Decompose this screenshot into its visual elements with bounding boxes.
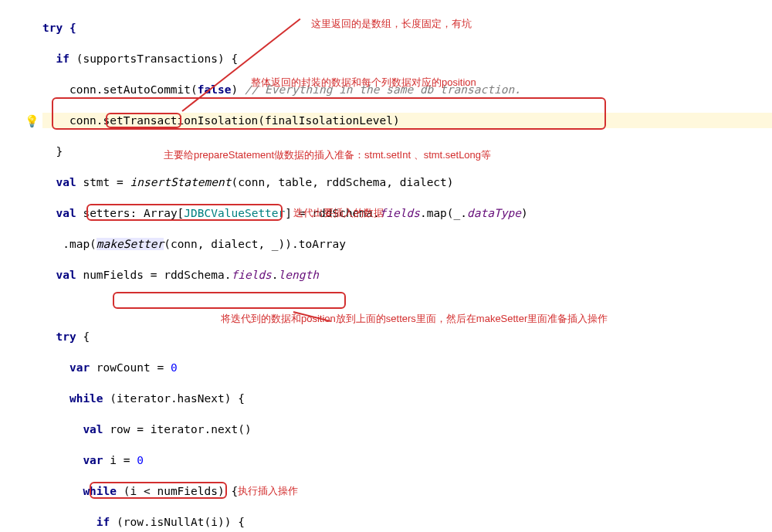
- lightbulb-icon[interactable]: 💡: [25, 114, 39, 130]
- annotation-note-6: 执行插入操作: [238, 484, 298, 498]
- editor-gutter: 💡: [0, 0, 42, 532]
- code-line: try {: [42, 329, 528, 344]
- code-line: .map(makeSetter(conn, dialect, _)).toArr…: [42, 236, 528, 252]
- code-line: conn.setTransactionIsolation(finalIsolat…: [42, 113, 528, 128]
- code-line: if (row.isNullAt(i)) {: [42, 514, 528, 530]
- code-line: if (supportsTransactions) {: [42, 51, 528, 66]
- code-line: val numFields = rddSchema.fields.length: [42, 267, 528, 283]
- annotation-note-3: 主要给prepareStatement做数据的插入准备：stmt.setInt …: [164, 148, 491, 162]
- code-line: val setters: Array[JDBCValueSetter] = rd…: [42, 205, 528, 221]
- annotation-note-5: 将迭代到的数据和position放到上面的setters里面，然后在makeSe…: [221, 312, 608, 326]
- annotation-note-2: 整体返回的封装的数据和每个列数据对应的position: [251, 76, 476, 90]
- annotation-note-4: 迭代出要插入的数据: [293, 206, 384, 220]
- code-line: while (iterator.hasNext) {: [42, 391, 528, 406]
- code-line: val stmt = insertStatement(conn, table, …: [42, 175, 528, 190]
- code-line: var rowCount = 0: [42, 360, 528, 375]
- code-line: var i = 0: [42, 452, 528, 468]
- code-line: [42, 298, 528, 313]
- code-line: val row = iterator.next(): [42, 422, 528, 437]
- annotation-note-1: 这里返回的是数组，长度固定，有坑: [311, 17, 472, 31]
